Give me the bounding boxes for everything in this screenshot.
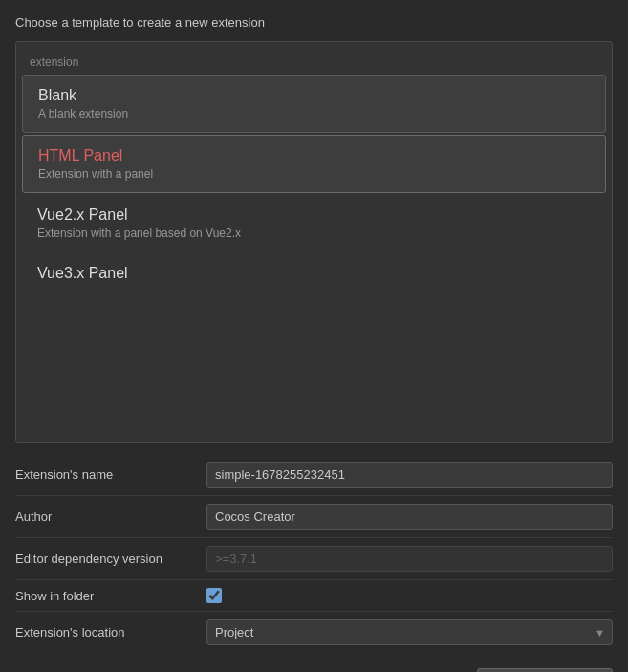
show-in-folder-checkbox[interactable] bbox=[206, 588, 222, 603]
editor-dependency-label: Editor dependency version bbox=[15, 552, 206, 566]
extension-location-row: Extension's location Project Global ▼ bbox=[15, 612, 613, 653]
footer: Create Extension bbox=[15, 664, 613, 672]
template-item-html-panel[interactable]: HTML Panel Extension with a panel bbox=[22, 135, 606, 193]
extension-name-row: Extension's name bbox=[15, 454, 613, 496]
extension-location-label: Extension's location bbox=[15, 625, 206, 639]
show-in-folder-checkbox-wrapper bbox=[206, 588, 222, 603]
template-item-blank[interactable]: Blank A blank extension bbox=[22, 75, 606, 133]
template-item-vue3-panel[interactable]: Vue3.x Panel bbox=[22, 253, 606, 296]
extension-location-select-wrapper: Project Global ▼ bbox=[206, 619, 613, 645]
extension-name-input[interactable] bbox=[206, 462, 613, 488]
form-section: Extension's name Author Editor dependenc… bbox=[15, 454, 613, 653]
template-vue3-title: Vue3.x Panel bbox=[37, 265, 591, 282]
template-html-panel-desc: Extension with a panel bbox=[38, 167, 590, 181]
template-vue2-title: Vue2.x Panel bbox=[37, 206, 591, 224]
editor-dependency-row: Editor dependency version bbox=[15, 538, 613, 580]
extension-name-label: Extension's name bbox=[15, 467, 206, 482]
show-in-folder-row: Show in folder bbox=[15, 580, 613, 612]
template-list-wrapper: extension Blank A blank extension HTML P… bbox=[15, 41, 613, 443]
template-html-panel-title: HTML Panel bbox=[38, 147, 590, 164]
instruction-text: Choose a template to create a new extens… bbox=[15, 15, 613, 30]
template-blank-title: Blank bbox=[38, 87, 590, 104]
template-vue2-desc: Extension with a panel based on Vue2.x bbox=[37, 227, 591, 240]
extension-location-select[interactable]: Project Global bbox=[206, 619, 613, 645]
author-row: Author bbox=[15, 496, 613, 538]
author-label: Author bbox=[15, 509, 206, 524]
template-item-vue2-panel[interactable]: Vue2.x Panel Extension with a panel base… bbox=[22, 195, 606, 251]
template-list[interactable]: extension Blank A blank extension HTML P… bbox=[15, 41, 613, 443]
create-extension-button[interactable]: Create Extension bbox=[477, 668, 613, 672]
author-input[interactable] bbox=[206, 504, 613, 530]
template-blank-desc: A blank extension bbox=[38, 107, 590, 120]
group-label: extension bbox=[16, 50, 612, 73]
editor-dependency-input[interactable] bbox=[206, 546, 613, 572]
show-in-folder-label: Show in folder bbox=[15, 589, 206, 603]
main-container: Choose a template to create a new extens… bbox=[0, 0, 628, 672]
